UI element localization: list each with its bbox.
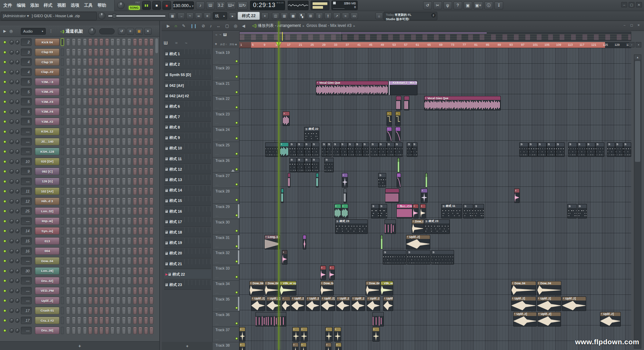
step-cell[interactable] bbox=[116, 38, 120, 46]
step-cell[interactable] bbox=[94, 88, 98, 96]
menu-0[interactable]: 文件 bbox=[3, 2, 12, 8]
channel-button[interactable]: 013 bbox=[35, 237, 59, 245]
channel-select-cell[interactable] bbox=[61, 287, 64, 294]
playlist-navigator[interactable] bbox=[239, 32, 631, 41]
add-track-button[interactable]: + bbox=[215, 42, 217, 46]
mixer-icon[interactable]: ▚ bbox=[298, 12, 306, 19]
step-cell[interactable] bbox=[127, 58, 131, 66]
channel-led[interactable] bbox=[3, 289, 6, 292]
scroll-right-button[interactable]: › bbox=[629, 42, 635, 47]
channel-target-number[interactable]: 5 bbox=[21, 108, 32, 115]
step-cell[interactable] bbox=[99, 287, 103, 294]
channel-select-cell[interactable] bbox=[61, 267, 64, 275]
step-cell[interactable] bbox=[111, 198, 114, 205]
clip[interactable]: ⊦Uplif..2] bbox=[537, 296, 561, 311]
pan-knob[interactable] bbox=[9, 130, 14, 134]
menu-1[interactable]: 编辑 bbox=[17, 2, 26, 8]
clip[interactable]: ~Kickstart 2 - Mix level bbox=[389, 81, 417, 95]
step-cell[interactable] bbox=[150, 138, 153, 145]
step-cell[interactable] bbox=[127, 317, 131, 324]
step-cell[interactable] bbox=[127, 297, 131, 304]
track-options[interactable]: ... bbox=[215, 168, 219, 171]
pan-knob[interactable] bbox=[9, 140, 14, 144]
clip[interactable] bbox=[303, 235, 306, 249]
track-led[interactable] bbox=[235, 322, 238, 325]
clip[interactable]: ~ bbox=[395, 111, 401, 126]
step-cell[interactable] bbox=[122, 287, 126, 294]
step-cell[interactable] bbox=[133, 98, 137, 105]
step-cell[interactable] bbox=[144, 198, 148, 205]
step-cell[interactable] bbox=[150, 277, 153, 284]
close-button[interactable]: ✕ bbox=[636, 2, 642, 7]
step-cell[interactable] bbox=[77, 327, 81, 334]
step-cell[interactable] bbox=[105, 207, 109, 215]
step-cell[interactable] bbox=[77, 317, 81, 324]
channel-select-cell[interactable] bbox=[61, 327, 64, 334]
step-cell[interactable] bbox=[105, 128, 109, 135]
channel-target-number[interactable]: 3 bbox=[21, 48, 32, 56]
clip[interactable]: ⊦ bbox=[413, 204, 418, 218]
step-cell[interactable] bbox=[72, 327, 76, 334]
step-cell[interactable] bbox=[133, 178, 137, 185]
step-cell[interactable] bbox=[144, 38, 148, 46]
step-cell[interactable] bbox=[105, 217, 109, 225]
channel-target-number[interactable]: 14 bbox=[21, 227, 32, 235]
step-cell[interactable] bbox=[138, 138, 142, 145]
step-cell[interactable] bbox=[77, 247, 81, 255]
clip[interactable] bbox=[380, 235, 383, 249]
clip[interactable]: ヨ bbox=[431, 250, 454, 265]
pattern-item[interactable]: 样式 15 bbox=[164, 196, 211, 206]
step-cell[interactable] bbox=[116, 138, 120, 145]
clip[interactable]: ヨ bbox=[547, 142, 556, 157]
step-cell[interactable] bbox=[88, 58, 92, 66]
step-cell[interactable] bbox=[88, 148, 92, 155]
channel-button[interactable]: Crash 01 bbox=[35, 307, 59, 314]
step-cell[interactable] bbox=[83, 237, 87, 245]
channel-target-number[interactable]: 5 bbox=[21, 118, 32, 125]
clip[interactable]: ⊦Dow..04 bbox=[511, 281, 536, 295]
track-led[interactable] bbox=[235, 276, 238, 278]
track-name[interactable]: Track 38 bbox=[215, 343, 230, 347]
channel-target-number[interactable]: 11 bbox=[21, 187, 32, 195]
track-options[interactable]: ... bbox=[215, 121, 219, 125]
clip[interactable]: ヨ bbox=[362, 142, 369, 157]
pattern-item[interactable]: 样式 19 bbox=[164, 238, 211, 248]
channel-led[interactable] bbox=[3, 100, 6, 103]
clip[interactable]: ⊦Uplif..2] bbox=[513, 312, 537, 326]
step-cell[interactable] bbox=[94, 158, 98, 165]
step-cell[interactable] bbox=[111, 88, 114, 96]
track-options[interactable]: ... bbox=[215, 307, 219, 310]
step-cell[interactable] bbox=[111, 267, 114, 275]
step-cell[interactable] bbox=[144, 307, 148, 314]
step-cell[interactable] bbox=[72, 317, 76, 324]
step-cell[interactable] bbox=[127, 158, 131, 165]
clip[interactable]: ヨ bbox=[595, 142, 604, 157]
step-cell[interactable] bbox=[150, 257, 153, 265]
pat-label[interactable]: PAT bbox=[135, 1, 140, 4]
step-cell[interactable] bbox=[138, 317, 142, 324]
channel-led[interactable] bbox=[3, 150, 6, 153]
step-cell[interactable] bbox=[105, 138, 109, 145]
step-cell[interactable] bbox=[99, 58, 103, 66]
volume-knob[interactable] bbox=[15, 229, 19, 233]
channel-target-number[interactable]: --- bbox=[21, 297, 32, 304]
pattern-item[interactable]: 样式 16 bbox=[164, 207, 211, 216]
clip[interactable]: ヨ样式 22 bbox=[304, 127, 319, 141]
clip[interactable]: ⊦ bbox=[325, 327, 332, 342]
clip[interactable]: ⊦ bbox=[325, 343, 331, 350]
volume-knob[interactable] bbox=[15, 100, 19, 104]
step-cell[interactable] bbox=[83, 108, 87, 115]
step-cell[interactable] bbox=[88, 327, 92, 334]
volume-knob[interactable] bbox=[15, 318, 19, 323]
pattern-item[interactable]: 样式 10 bbox=[164, 144, 211, 153]
step-cell[interactable] bbox=[66, 207, 70, 215]
step-cell[interactable] bbox=[105, 158, 109, 165]
track-options[interactable]: ... bbox=[215, 337, 219, 340]
clip[interactable]: ⊦Uplif..2] bbox=[306, 296, 320, 311]
step-cell[interactable] bbox=[133, 38, 137, 46]
step-cell[interactable] bbox=[77, 158, 81, 165]
step-cell[interactable] bbox=[133, 58, 137, 66]
channel-led[interactable] bbox=[3, 250, 6, 253]
save-icon[interactable]: ▣ bbox=[464, 1, 472, 9]
track-led[interactable] bbox=[235, 152, 238, 155]
